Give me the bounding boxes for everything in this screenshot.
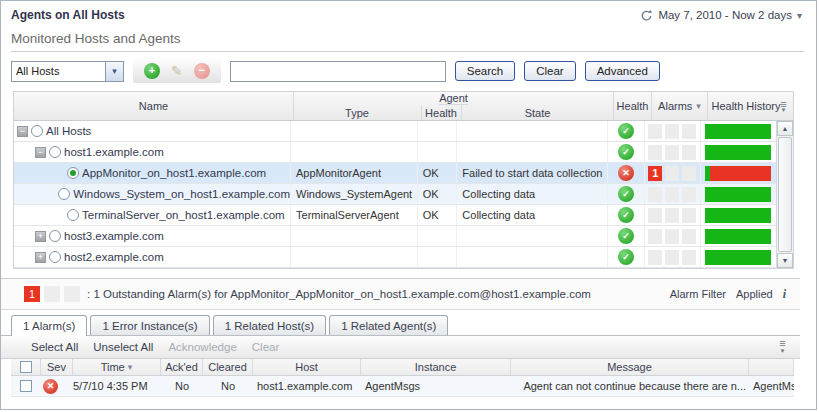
health-history-bar [705, 208, 771, 223]
column-chooser-icon[interactable]: ≡ ▾ [776, 101, 791, 113]
alarm-actions-toolbar: Select All Unselect All Acknowledge Clea… [1, 336, 800, 359]
alarm-filter-label[interactable]: Alarm Filter [670, 288, 726, 300]
health-history-bar [705, 166, 771, 181]
radio-appmonitor-selected[interactable] [67, 167, 79, 179]
table-row-all-hosts[interactable]: − All Hosts ✓ [14, 121, 776, 142]
column-header-cleared[interactable]: Cleared [203, 359, 253, 375]
radio-terminalserver[interactable] [67, 209, 79, 221]
section-title: Monitored Hosts and Agents [11, 31, 804, 52]
host-filter-value: All Hosts [12, 65, 105, 77]
column-header-health-history[interactable]: Health History [708, 92, 784, 120]
column-header-host[interactable]: Host [253, 359, 361, 375]
alarm-row[interactable]: ✕ 5/7/10 4:35 PM No No host1.example.com… [11, 376, 794, 397]
tree-label: host3.example.com [64, 230, 164, 242]
collapse-toggle[interactable]: − [35, 147, 46, 158]
alarm-column-chooser-icon[interactable]: ≡ ▾ [775, 340, 790, 354]
sort-desc-icon: ▾ [128, 362, 133, 372]
clear-button[interactable]: Clear [524, 61, 575, 81]
collapse-toggle[interactable]: − [17, 126, 28, 137]
alarm-instance: AgentMsgs [361, 376, 511, 396]
select-all-checkbox[interactable] [20, 361, 32, 373]
column-header-agent-group: Agent [439, 92, 468, 105]
column-header-type[interactable]: Type [294, 105, 422, 120]
info-icon[interactable]: i [783, 287, 786, 302]
radio-host2[interactable] [49, 251, 61, 263]
expand-toggle[interactable]: + [35, 252, 46, 263]
alarm-filter-state[interactable]: Applied [736, 288, 773, 300]
time-range-selector[interactable]: May 7, 2010 - Now 2 days ▾ [640, 9, 802, 22]
combo-arrow-icon[interactable]: ▾ [105, 62, 123, 81]
filter-toolbar: All Hosts ▾ + ✎ − Search Clear Advanced [11, 59, 806, 83]
scroll-up-icon[interactable]: ▲ [777, 121, 793, 136]
health-history-bar [705, 124, 771, 139]
alarm-tabs: 1 Alarm(s) 1 Error Instance(s) 1 Related… [1, 310, 800, 336]
scroll-down-icon[interactable]: ▼ [777, 253, 793, 268]
search-input[interactable] [230, 61, 446, 82]
tree-label: Windows_System_on_host1.example.com [73, 188, 290, 200]
table-row-terminalserver[interactable]: TerminalServer_on_host1.example.com Term… [14, 205, 776, 226]
alarm-acked: No [161, 376, 203, 396]
column-header-instance[interactable]: Instance [361, 359, 511, 375]
health-history-bar [705, 187, 771, 202]
tree-label: host1.example.com [64, 146, 164, 158]
remove-icon[interactable]: − [194, 63, 210, 79]
alarm-summary-text: : 1 Outstanding Alarm(s) for AppMonitor_… [87, 288, 666, 300]
table-row-host2[interactable]: + host2.example.com ✓ [14, 247, 776, 268]
time-range-icon [640, 9, 653, 22]
clear-button-alarms[interactable]: Clear [252, 341, 279, 353]
column-header-name[interactable]: Name [14, 92, 294, 120]
tree-label: TerminalServer_on_host1.example.com [82, 209, 285, 221]
table-row-windows-system[interactable]: Windows_System_on_host1.example.com Wind… [14, 184, 776, 205]
tab-error-instances[interactable]: 1 Error Instance(s) [90, 315, 209, 335]
vertical-scrollbar[interactable]: ▲ ▼ [776, 121, 793, 268]
tab-alarms[interactable]: 1 Alarm(s) [11, 315, 87, 336]
chevron-down-icon: ▾ [797, 10, 802, 21]
column-header-agent[interactable] [749, 359, 794, 375]
column-header-health[interactable]: Health [614, 92, 652, 120]
expand-toggle[interactable]: + [35, 231, 46, 242]
health-ok-icon: ✓ [618, 228, 634, 244]
tab-related-hosts[interactable]: 1 Related Host(s) [213, 315, 326, 335]
table-body: − All Hosts ✓ − host1.example.com ✓ [14, 121, 776, 268]
radio-host1[interactable] [49, 146, 61, 158]
column-header-sev[interactable]: Sev [41, 359, 73, 375]
health-ok-icon: ✓ [618, 249, 634, 265]
edit-icon[interactable]: ✎ [171, 63, 183, 79]
column-header-state[interactable]: State [462, 105, 614, 120]
tree-label: host2.example.com [64, 251, 164, 263]
severity-critical-icon: ✕ [43, 379, 58, 394]
alarm-host: host1.example.com [253, 376, 361, 396]
row-checkbox[interactable] [20, 380, 32, 392]
health-ok-icon: ✓ [618, 123, 634, 139]
scrollbar-thumb[interactable] [778, 137, 792, 252]
table-row-host1[interactable]: − host1.example.com ✓ [14, 142, 776, 163]
table-row-host3[interactable]: + host3.example.com ✓ [14, 226, 776, 247]
advanced-button[interactable]: Advanced [585, 61, 660, 81]
column-header-agent-health[interactable]: Health [422, 105, 462, 120]
table-row-appmonitor[interactable]: AppMonitor_on_host1.example.com AppMonit… [14, 163, 776, 184]
radio-all-hosts[interactable] [31, 125, 43, 137]
add-icon[interactable]: + [144, 63, 160, 79]
column-group-agent: Agent Type Health State [294, 92, 614, 120]
app-window: Agents on All Hosts May 7, 2010 - Now 2 … [0, 0, 817, 410]
radio-windows-system[interactable] [58, 188, 70, 200]
select-all-button[interactable]: Select All [31, 341, 78, 353]
critical-alarm-count[interactable]: 1 [648, 166, 662, 181]
radio-host3[interactable] [49, 230, 61, 242]
alarm-cleared: No [203, 376, 253, 396]
alarm-table: Sev Time ▾ Ack'ed Cleared Host Instance … [11, 359, 794, 397]
acknowledge-button[interactable]: Acknowledge [168, 341, 236, 353]
tree-label: All Hosts [46, 125, 91, 137]
crud-icon-group: + ✎ − [133, 59, 221, 83]
tab-related-agents[interactable]: 1 Related Agent(s) [329, 315, 448, 335]
search-button[interactable]: Search [455, 61, 515, 81]
column-header-time[interactable]: Time ▾ [73, 359, 161, 375]
unselect-all-button[interactable]: Unselect All [93, 341, 153, 353]
health-error-icon: ✕ [618, 165, 634, 181]
column-header-alarms[interactable]: Alarms ▾ [652, 92, 708, 120]
host-filter-select[interactable]: All Hosts ▾ [11, 61, 124, 82]
alarms-filter-icon[interactable]: ▾ [696, 101, 701, 111]
alarm-time: 5/7/10 4:35 PM [73, 376, 161, 396]
column-header-message[interactable]: Message [511, 359, 749, 375]
column-header-acked[interactable]: Ack'ed [161, 359, 203, 375]
